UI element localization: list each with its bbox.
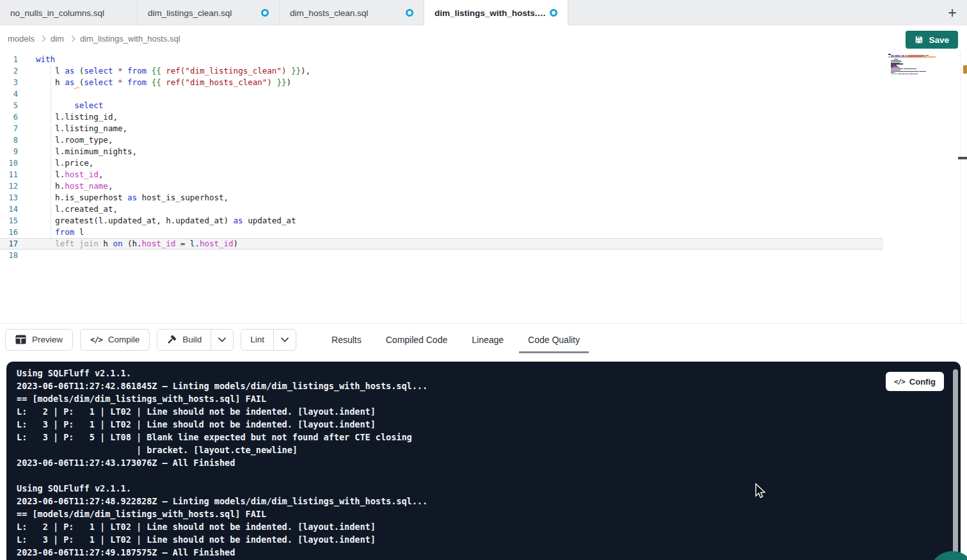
breadcrumb-dim[interactable]: dim [51, 34, 64, 44]
code-text: l.minimum_nights, [26, 146, 137, 157]
editor-scrollbar-thumb[interactable] [958, 157, 967, 159]
tab-compiled-code[interactable]: Compiled Code [385, 324, 449, 355]
code-line-14[interactable]: 14 l.created_at, [0, 204, 967, 215]
chevron-down-icon [281, 337, 289, 342]
code-text: select [26, 100, 103, 111]
line-number: 1 [0, 54, 26, 65]
build-button[interactable]: Build [157, 330, 211, 350]
code-text: greatest(l.updated_at, h.updated_at) as … [26, 215, 296, 227]
minimap[interactable] [888, 54, 936, 76]
line-number: 13 [0, 192, 26, 204]
line-number: 9 [0, 146, 26, 157]
breadcrumb-models[interactable]: models [8, 34, 35, 44]
code-text: from l [26, 227, 84, 238]
preview-button[interactable]: Preview [5, 329, 73, 351]
terminal-line: Using SQLFluff v2.1.1. [17, 482, 961, 495]
terminal-line: 2023-06-06T11:27:49.187575Z — All Finish… [17, 546, 961, 559]
code-line-4[interactable]: 4 [0, 88, 967, 100]
code-line-11[interactable]: 11 l.host_id, [0, 169, 967, 180]
file-tab-dim_listings_clean.sql[interactable]: dim_listings_clean.sql [138, 0, 280, 26]
line-number: 11 [0, 169, 26, 180]
terminal-line: L: 2 | P: 1 | LT02 | Line should not be … [17, 520, 961, 533]
minimap-line [888, 74, 936, 76]
code-brackets-icon: </> [90, 335, 102, 344]
floppy-disk-icon [915, 35, 923, 44]
chevron-down-icon [218, 337, 226, 342]
chevron-right-icon [39, 35, 45, 42]
lint-dropdown-button[interactable] [273, 330, 296, 350]
terminal-line: == [models/dim/dim_listings_with_hosts.s… [17, 508, 961, 520]
code-text: l.host_id, [26, 169, 103, 180]
tab-bar: no_nulls_in_columns.sqldim_listings_clea… [0, 0, 967, 26]
hammer-icon [166, 335, 177, 345]
tab-lineage[interactable]: Lineage [470, 324, 505, 355]
terminal-line: Using SQLFluff v2.1.1. [17, 367, 961, 380]
code-text: h.host_name, [26, 180, 113, 192]
file-tab-dim_listings_with_hosts.sql[interactable]: dim_listings_with_hosts.sql [424, 0, 568, 26]
code-line-1[interactable]: 1with [0, 54, 967, 65]
code-area: 1with2 l as (select * from {{ ref("dim_l… [0, 54, 967, 261]
file-tab-no_nulls_in_columns.sql[interactable]: no_nulls_in_columns.sql [0, 0, 138, 26]
code-text: l.listing_id, [26, 111, 118, 123]
code-line-2[interactable]: 2 l as (select * from {{ ref("dim_listin… [0, 65, 967, 77]
unsaved-changes-dot-icon [550, 9, 557, 17]
code-line-15[interactable]: 15 greatest(l.updated_at, h.updated_at) … [0, 215, 967, 227]
line-number: 18 [0, 250, 26, 261]
file-tab-dim_hosts_clean.sql[interactable]: dim_hosts_clean.sql [280, 0, 424, 26]
code-line-12[interactable]: 12 h.host_name, [0, 180, 967, 192]
terminal-line: | bracket. [layout.cte_newline] [17, 444, 961, 456]
tab-results[interactable]: Results [330, 324, 363, 355]
terminal-line: 2023-06-06T11:27:42.861845Z — Linting mo… [17, 380, 961, 392]
line-number: 10 [0, 157, 26, 169]
code-text [26, 250, 36, 261]
new-tab-button[interactable]: + [944, 4, 961, 21]
code-line-10[interactable]: 10 l.price, [0, 157, 967, 169]
build-dropdown-button[interactable] [211, 330, 233, 350]
file-tab-label: dim_listings_clean.sql [148, 8, 232, 18]
code-line-13[interactable]: 13 h.is_superhost as host_is_superhost, [0, 192, 967, 204]
terminal-line: L: 3 | P: 1 | LT02 | Line should not be … [17, 418, 961, 431]
code-text: h as (select * from {{ ref("dim_hosts_cl… [26, 77, 291, 88]
code-text [26, 88, 36, 100]
config-label: Config [909, 377, 936, 387]
terminal-line: == [models/dim/dim_listings_with_hosts.s… [17, 392, 961, 405]
line-number: 17 [0, 238, 26, 250]
config-button[interactable]: </> Config [886, 372, 944, 391]
line-number: 8 [0, 134, 26, 146]
line-number: 15 [0, 215, 26, 227]
lint-button[interactable]: Lint [241, 330, 273, 350]
code-editor[interactable]: 1with2 l as (select * from {{ ref("dim_l… [0, 51, 967, 323]
code-line-16[interactable]: 16 from l [0, 227, 967, 238]
header-bar: models dim dim_listings_with_hosts.sql S… [0, 26, 967, 51]
terminal-line [17, 469, 961, 482]
preview-label: Preview [32, 335, 63, 344]
line-number: 7 [0, 123, 26, 134]
terminal-output: Using SQLFluff v2.1.1.2023-06-06T11:27:4… [17, 367, 961, 559]
save-button[interactable]: Save [906, 31, 958, 49]
save-button-label: Save [929, 35, 949, 45]
code-line-6[interactable]: 6 l.listing_id, [0, 111, 967, 123]
compile-label: Compile [108, 335, 140, 344]
lint-label: Lint [250, 335, 264, 344]
plus-icon: + [948, 4, 956, 22]
code-line-18[interactable]: 18 [0, 250, 967, 261]
tab-code-quality[interactable]: Code Quality [527, 324, 581, 355]
line-number: 2 [0, 65, 26, 77]
compile-button[interactable]: </> Compile [80, 329, 150, 351]
terminal-scrollbar-thumb[interactable] [953, 369, 958, 560]
breadcrumb-file[interactable]: dim_listings_with_hosts.sql [80, 34, 180, 44]
unsaved-changes-dot-icon [406, 9, 413, 17]
code-text: l.room_type, [26, 134, 113, 146]
lint-warning-marker[interactable] [963, 65, 967, 74]
file-tab-label: dim_hosts_clean.sql [290, 8, 368, 18]
code-line-17[interactable]: 17 left join h on (h.host_id = l.host_id… [0, 238, 883, 250]
code-text: with [26, 54, 55, 65]
build-split-button: Build [157, 329, 234, 351]
code-line-3[interactable]: 3 h as (select * from {{ ref("dim_hosts_… [0, 77, 967, 88]
code-line-7[interactable]: 7 l.listing_name, [0, 123, 967, 134]
code-line-5[interactable]: 5 select [0, 100, 967, 111]
code-text: l as (select * from {{ ref("dim_listings… [26, 65, 310, 77]
unsaved-changes-dot-icon [261, 9, 269, 17]
code-line-8[interactable]: 8 l.room_type, [0, 134, 967, 146]
code-line-9[interactable]: 9 l.minimum_nights, [0, 146, 967, 157]
